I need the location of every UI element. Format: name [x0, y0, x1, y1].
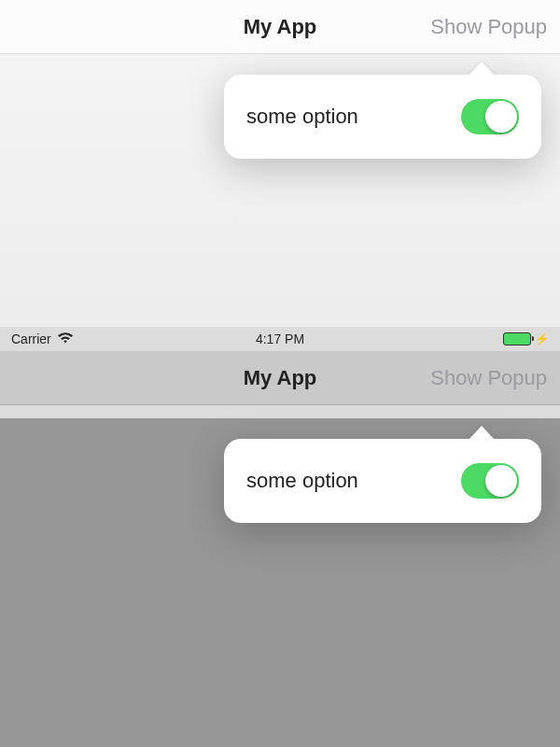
toggle-thumb-icon — [485, 465, 517, 497]
panel-light: My App Show Popup some option — [0, 0, 560, 327]
show-popup-button[interactable]: Show Popup — [430, 366, 547, 390]
option-label: some option — [246, 105, 358, 129]
status-right: ⚡ — [503, 332, 549, 345]
option-toggle[interactable] — [461, 99, 519, 134]
charging-icon: ⚡ — [535, 332, 549, 345]
carrier-label: Carrier — [11, 331, 51, 346]
wifi-icon — [57, 331, 74, 347]
status-bar: Carrier 4:17 PM ⚡ — [0, 327, 560, 351]
show-popup-button[interactable]: Show Popup — [430, 15, 547, 39]
status-time: 4:17 PM — [256, 331, 304, 346]
panel-dimmed: Carrier 4:17 PM ⚡ My App Show Popup some… — [0, 327, 560, 747]
toggle-thumb-icon — [485, 101, 517, 133]
option-label: some option — [246, 469, 358, 493]
battery-icon — [503, 332, 531, 345]
page-title: My App — [244, 366, 317, 390]
page-title: My App — [244, 15, 317, 39]
popover-top: some option — [224, 75, 541, 159]
status-left: Carrier — [11, 331, 74, 347]
popover-bottom: some option — [224, 439, 541, 523]
navbar-top: My App Show Popup — [0, 0, 560, 54]
option-toggle[interactable] — [461, 463, 519, 499]
navbar-bottom: My App Show Popup — [0, 351, 560, 405]
